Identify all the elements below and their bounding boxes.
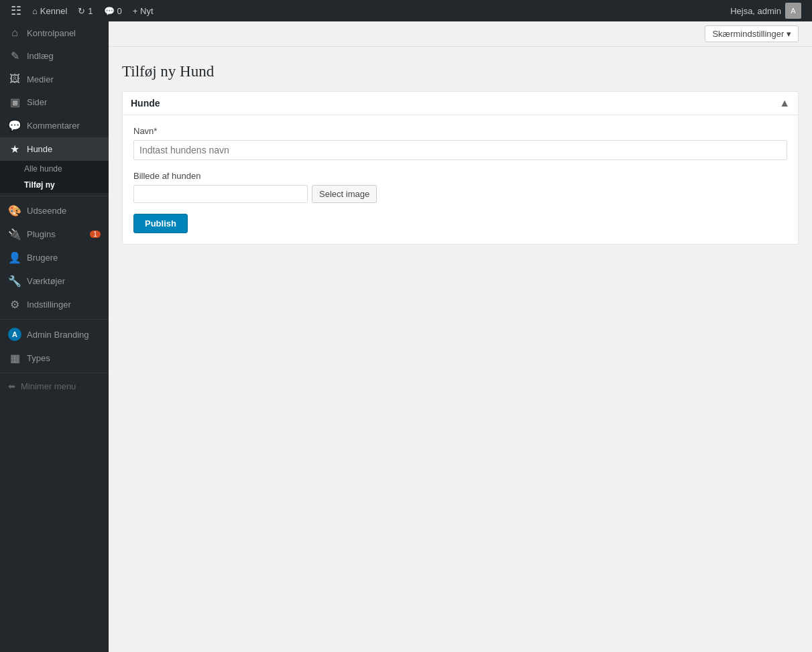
screen-options-bar: Skærmindstillinger ▾: [109, 21, 812, 47]
sidebar-label-hunde: Hunde: [27, 144, 101, 154]
adminbar-updates[interactable]: ↻ 1: [72, 0, 98, 21]
screen-options-button[interactable]: Skærmindstillinger ▾: [705, 25, 799, 42]
plugins-icon: 🔌: [8, 228, 21, 241]
sidebar-label-udseende: Udseende: [27, 206, 101, 216]
sidebar-label-sider: Sider: [27, 97, 101, 107]
sidebar-label-types: Types: [27, 353, 101, 363]
sidebar-item-indlaeg[interactable]: ✎ Indlæg: [0, 44, 109, 68]
sidebar-label-indlaeg: Indlæg: [27, 51, 101, 61]
adminbar-site-name[interactable]: ⌂ Kennel: [27, 0, 72, 21]
indstillinger-icon: ⚙: [8, 298, 21, 311]
vaerktoejer-icon: 🔧: [8, 275, 21, 287]
sidebar-item-vaerktoejer[interactable]: 🔧 Værktøjer: [0, 269, 109, 293]
adminbar-user[interactable]: Hejsa, admin A: [725, 3, 807, 19]
alle-hunde-label: Alle hunde: [24, 164, 62, 174]
sidebar-item-kommentarer[interactable]: 💬 Kommentarer: [0, 114, 109, 137]
screen-options-label: Skærmindstillinger ▾: [712, 29, 791, 39]
updates-count: 1: [88, 6, 93, 16]
publish-button[interactable]: Publish: [133, 214, 188, 233]
admin-bar: ☷ ⌂ Kennel ↻ 1 💬 0 + Nyt Hejsa, admin A: [0, 0, 812, 21]
medier-icon: 🖼: [8, 73, 21, 85]
adminbar-greeting: Hejsa, admin: [730, 6, 781, 16]
publish-label: Publish: [145, 218, 176, 229]
sidebar-label-admin-branding: Admin Branding: [27, 330, 101, 340]
sidebar-item-types[interactable]: ▦ Types: [0, 346, 109, 370]
metabox-header[interactable]: Hunde ▲: [123, 92, 798, 115]
hunde-metabox: Hunde ▲ Navn* Billede af hunden: [122, 91, 799, 245]
indlaeg-icon: ✎: [8, 50, 21, 62]
select-image-button[interactable]: Select image: [312, 185, 377, 203]
user-avatar: A: [785, 3, 801, 19]
main-content: Skærmindstillinger ▾ Tilføj ny Hund Hund…: [109, 21, 812, 652]
sidebar-item-medier[interactable]: 🖼 Medier: [0, 68, 109, 90]
comments-count: 0: [117, 6, 122, 16]
collapse-icon: ⬅: [8, 381, 15, 391]
image-label: Billede af hunden: [133, 171, 787, 181]
collapse-label: Minimer menu: [21, 381, 76, 391]
sidebar-submenu-alle-hunde[interactable]: Alle hunde: [0, 161, 109, 177]
sidebar-label-kontrolpanel: Kontrolpanel: [27, 28, 101, 38]
sidebar-label-kommentarer: Kommentarer: [27, 121, 101, 131]
image-url-input[interactable]: [133, 185, 308, 203]
udseende-icon: 🎨: [8, 204, 21, 217]
sidebar-item-admin-branding[interactable]: A Admin Branding: [0, 322, 109, 346]
types-icon: ▦: [8, 352, 21, 365]
adminbar-comments[interactable]: 💬 0: [99, 0, 127, 21]
name-label: Navn*: [133, 126, 787, 136]
sidebar-item-sider[interactable]: ▣ Sider: [0, 90, 109, 114]
name-input[interactable]: [133, 140, 787, 160]
metabox-body: Navn* Billede af hunden Select image: [123, 115, 798, 244]
new-label: + Nyt: [133, 6, 154, 16]
admin-branding-icon: A: [8, 328, 21, 341]
admin-sidebar: ⌂ Kontrolpanel ✎ Indlæg 🖼 Medier ▣ Sider…: [0, 21, 109, 652]
sidebar-item-brugere[interactable]: 👤 Brugere: [0, 246, 109, 269]
sidebar-item-indstillinger[interactable]: ⚙ Indstillinger: [0, 293, 109, 316]
plugins-badge: 1: [90, 231, 101, 238]
brugere-icon: 👤: [8, 251, 21, 264]
sidebar-label-brugere: Brugere: [27, 253, 101, 263]
select-image-label: Select image: [319, 189, 369, 199]
site-name-label: Kennel: [40, 6, 67, 16]
adminbar-new[interactable]: + Nyt: [127, 0, 159, 21]
updates-icon: ↻: [78, 6, 85, 16]
image-field-row: Select image: [133, 185, 787, 203]
sidebar-label-indstillinger: Indstillinger: [27, 300, 101, 310]
comments-icon: 💬: [104, 6, 115, 16]
sidebar-label-medier: Medier: [27, 74, 101, 84]
image-field-group: Billede af hunden Select image: [133, 171, 787, 203]
tilfoej-ny-label: Tilføj ny: [24, 180, 55, 190]
sidebar-label-vaerktoejer: Værktøjer: [27, 276, 101, 286]
sider-icon: ▣: [8, 96, 21, 109]
metabox-title: Hunde: [131, 98, 160, 109]
hunde-icon: ★: [8, 143, 21, 155]
kontrolpanel-icon: ⌂: [8, 27, 21, 39]
sidebar-item-plugins[interactable]: 🔌 Plugins 1: [0, 222, 109, 246]
metabox-toggle-icon: ▲: [779, 97, 790, 109]
page-title: Tilføj ny Hund: [122, 63, 799, 80]
name-field-group: Navn*: [133, 126, 787, 160]
adminbar-wp-logo[interactable]: ☷: [5, 0, 27, 21]
sidebar-submenu-tilfoej-ny[interactable]: Tilføj ny: [0, 177, 109, 193]
sidebar-item-kontrolpanel[interactable]: ⌂ Kontrolpanel: [0, 21, 109, 44]
kommentarer-icon: 💬: [8, 119, 21, 132]
collapse-menu-button[interactable]: ⬅ Minimer menu: [0, 376, 109, 397]
sidebar-item-hunde[interactable]: ★ Hunde: [0, 137, 109, 161]
wp-logo-icon: ☷: [11, 3, 21, 18]
site-icon: ⌂: [32, 6, 38, 16]
sidebar-label-plugins: Plugins: [27, 229, 84, 239]
sidebar-item-udseende[interactable]: 🎨 Udseende: [0, 199, 109, 222]
